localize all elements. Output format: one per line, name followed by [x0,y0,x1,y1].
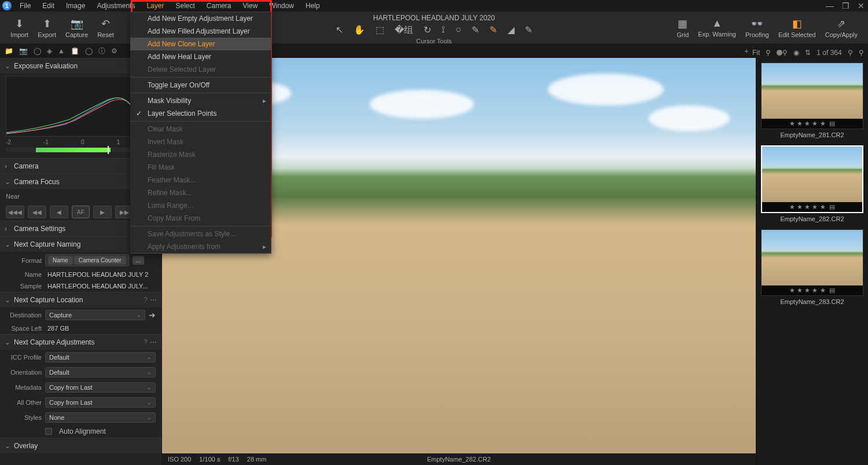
thumbnail[interactable]: ★ ★ ★ ★ ★ ▤ [761,145,863,213]
menu-layer[interactable]: Layer [141,1,170,11]
focus-button-1[interactable]: ◀◀ [28,206,46,218]
menu-item-mask-visibility[interactable]: Mask Visibility▸ [130,94,271,107]
icc-label: ICC Profile [6,354,42,361]
cursor-tool-7[interactable]: ✎ [472,24,479,36]
focus-button-0[interactable]: ◀◀◀ [6,206,24,218]
menu-window[interactable]: Window [263,1,300,11]
thumbnail[interactable]: ★ ★ ★ ★ ★ ▤ [761,229,863,296]
export-button[interactable]: ⬆Export [33,12,61,43]
styles-label: Styles [6,414,42,421]
exp--warning-button[interactable]: ▲Exp. Warning [693,12,741,43]
rating-stars[interactable]: ★ ★ ★ ★ ★ ▤ [762,202,862,212]
location-section-header[interactable]: ⌄ Next Capture Location ? ⋯ [0,292,161,307]
close-button[interactable]: ✕ [858,1,865,10]
edit-selected-button[interactable]: ◧Edit Selected [774,12,821,43]
orientation-select[interactable]: Default⌄ [45,367,156,378]
filter-icon[interactable]: ⚲ [848,49,853,57]
token-name[interactable]: Name [48,256,73,265]
thumb-filename: EmptyName_281.CR2 [761,129,863,141]
cursor-tool-8[interactable]: ✎ [490,24,497,36]
fit-label[interactable]: Fit [752,49,760,57]
destination-select[interactable]: Capture⌄ [45,310,145,320]
panel-tab-7[interactable]: ⓘ [98,46,105,56]
icc-select[interactable]: Default⌄ [45,352,156,363]
format-tokens[interactable]: Name Camera Counter [45,254,129,266]
panel-tab-2[interactable]: ◯ [34,47,41,55]
proofing-button[interactable]: 👓Proofing [741,12,774,43]
menu-image[interactable]: Image [60,1,91,11]
styles-select[interactable]: None⌄ [45,412,156,423]
cursor-tool-3[interactable]: �组 [395,24,413,36]
help-icon[interactable]: ? [144,338,148,346]
menu-select[interactable]: Select [170,1,200,11]
reset-button[interactable]: ↶Reset [93,12,119,43]
panel-tab-1[interactable]: 📷 [19,47,28,55]
cursor-tool-9[interactable]: ◢ [507,24,514,36]
eye-icon[interactable]: ◉ [793,49,799,57]
go-to-folder-icon[interactable]: ➜ [149,310,156,320]
metadata-select[interactable]: Copy from Last⌄ [45,382,156,393]
metadata-label: Metadata [6,384,42,391]
panel-tab-4[interactable]: ▲ [58,47,65,55]
menu-file[interactable]: File [14,1,36,11]
maximize-button[interactable]: ❐ [842,1,849,10]
menu-item-fill-mask: Fill Mask [130,161,271,174]
capture-button[interactable]: 📷Capture [61,12,93,43]
import-button[interactable]: ⬇Import [6,12,33,43]
token-counter[interactable]: Camera Counter [74,256,126,265]
cursor-tool-4[interactable]: ↻ [424,24,431,36]
grid-button[interactable]: ▦Grid [672,12,694,43]
format-more-button[interactable]: ... [133,256,144,265]
focus-button-2[interactable]: ◀ [50,206,68,218]
menu-item-add-new-heal-layer[interactable]: Add New Heal Layer [130,50,271,63]
menu-item-feather-mask-: Feather Mask... [130,174,271,186]
name-value[interactable]: HARTLEPOOL HEADLAND JULY 2 [45,271,156,278]
cursor-tool-2[interactable]: ⬚ [376,24,384,36]
chevron-down-icon: ⌄ [5,442,10,450]
menu-item-add-new-clone-layer[interactable]: Add New Clone Layer [130,38,271,50]
menu-item-add-new-filled-adjustment-layer[interactable]: Add New Filled Adjustment Layer [130,25,271,38]
panel-tab-3[interactable]: ◈ [47,47,52,55]
cursor-tool-10[interactable]: ✎ [525,24,532,36]
focus-button-3[interactable]: AF [72,206,90,218]
thumbnail[interactable]: ★ ★ ★ ★ ★ ▤ [761,63,863,129]
auto-align-checkbox[interactable] [45,428,52,435]
menu-item-add-new-empty-adjustment-layer[interactable]: Add New Empty Adjustment Layer [130,12,271,25]
menu-item-layer-selection-points[interactable]: ✓Layer Selection Points [130,107,271,120]
focus-button-4[interactable]: ▶ [93,206,112,218]
menu-view[interactable]: View [237,1,264,11]
thumb-image [762,147,862,202]
chevron-right-icon: › [5,162,10,170]
zoom-out-icon[interactable]: ⚲ [766,49,771,57]
panel-tab-0[interactable]: 📁 [5,47,13,55]
allother-select[interactable]: Copy from Last⌄ [45,397,156,408]
dots-icon[interactable]: ⋯ [150,296,157,304]
menu-item-toggle-layer-on-off[interactable]: Toggle Layer On/Off [130,79,271,91]
adjustments-section-header[interactable]: ⌄ Next Capture Adjustments ? ⋯ [0,334,161,350]
panel-tab-5[interactable]: 📋 [71,47,79,55]
menu-adjustments[interactable]: Adjustments [91,1,141,11]
menu-edit[interactable]: Edit [36,1,60,11]
chevron-down-icon: ⌄ [5,178,10,186]
help-icon[interactable]: ? [144,296,148,304]
zoom-in-icon[interactable]: ⚲ [782,49,788,57]
menu-item-copy-mask-from: Copy Mask From [130,212,271,225]
copy/apply-button[interactable]: ⇗Copy/Apply [821,12,862,43]
panel-tab-8[interactable]: ⚙ [111,47,117,55]
axis-tick: -1 [43,139,49,145]
cursor-tool-0[interactable]: ↖ [336,24,343,36]
axis-tick: -2 [6,139,11,145]
panel-tab-6[interactable]: ◯ [85,47,93,55]
overlay-section-header[interactable]: ⌄ Overlay [0,438,161,453]
rating-stars[interactable]: ★ ★ ★ ★ ★ ▤ [762,285,863,295]
search-icon[interactable]: ⚲ [859,49,864,57]
rating-stars[interactable]: ★ ★ ★ ★ ★ ▤ [762,119,863,129]
cursor-tool-1[interactable]: ✋ [354,24,365,36]
cursor-tool-6[interactable]: ○ [455,24,461,36]
cursor-tool-5[interactable]: ⟟ [442,24,445,36]
sort-icon[interactable]: ⇅ [805,49,811,57]
menu-camera[interactable]: Camera [201,1,237,11]
menu-help[interactable]: Help [300,1,326,11]
minimize-button[interactable]: — [826,1,834,10]
dots-icon[interactable]: ⋯ [150,338,157,346]
